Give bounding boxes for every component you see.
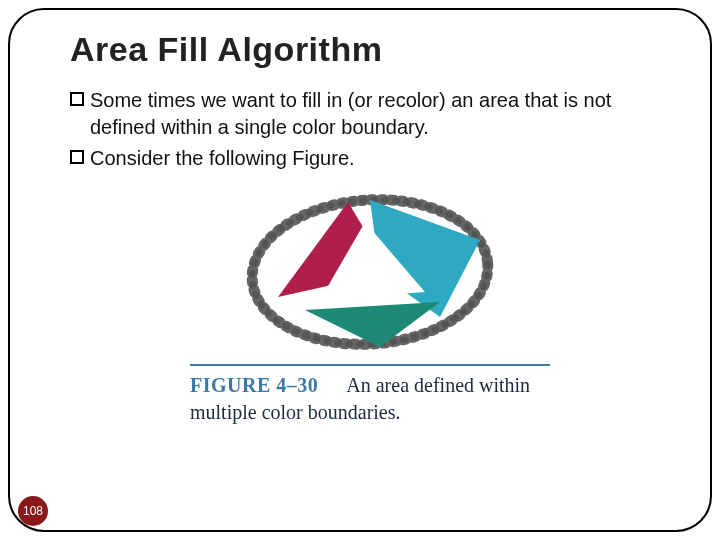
bullet-item: Consider the following Figure. [70,145,670,172]
slide: Area Fill Algorithm Some times we want t… [0,0,720,540]
bullet-list: Some times we want to fill in (or recolo… [70,87,670,172]
content-area: Area Fill Algorithm Some times we want t… [70,30,670,426]
bullet-item: Some times we want to fill in (or recolo… [70,87,670,141]
slide-title: Area Fill Algorithm [70,30,670,69]
figure-svg [230,182,510,352]
caption-rule [190,364,550,366]
figure-number: FIGURE 4–30 [190,374,318,396]
bullet-marker-icon [70,150,84,164]
figure: FIGURE 4–30An area defined within multip… [70,182,670,426]
bullet-text: Some times we want to fill in (or recolo… [90,87,670,141]
figure-caption: FIGURE 4–30An area defined within multip… [190,358,550,426]
bullet-marker-icon [70,92,84,106]
page-number: 108 [23,504,43,518]
caption-text-line: FIGURE 4–30An area defined within multip… [190,372,550,426]
bullet-text: Consider the following Figure. [90,145,670,172]
page-number-badge: 108 [18,496,48,526]
